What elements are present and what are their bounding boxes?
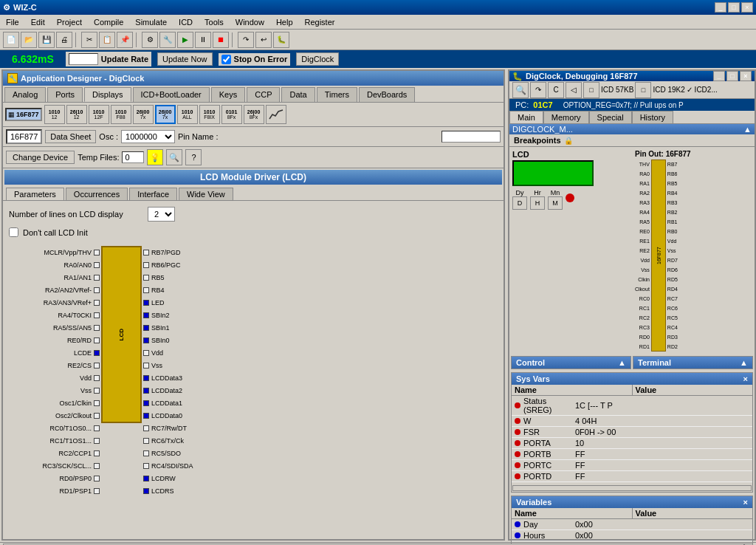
right-close-button[interactable]: × (740, 71, 752, 81)
update-now-button[interactable]: Update Now (157, 52, 213, 66)
menu-project[interactable]: Project (52, 16, 86, 28)
tab-icd-bootloader[interactable]: ICD+BootLoader (133, 87, 210, 102)
tab-keys[interactable]: Keys (211, 87, 245, 102)
pin-left-4: RA3/AN3/VRef+ (9, 296, 100, 309)
toolbar-cut[interactable]: ✂ (81, 32, 97, 48)
help-icon[interactable]: ? (185, 149, 202, 165)
digclock-button[interactable]: DigClock (296, 52, 339, 66)
toolbar-save[interactable]: 💾 (38, 32, 55, 48)
device-icon-chart[interactable] (266, 105, 286, 124)
left-panel-title: 🔧 Application Designer - DigClock (3, 71, 504, 86)
reset-button[interactable]: C (548, 82, 564, 98)
change-device-button[interactable]: Change Device (6, 151, 75, 164)
toolbar-pause[interactable]: ⏸ (195, 32, 211, 48)
device-icon-9[interactable]: 01018Fx (221, 105, 242, 124)
tab-timers[interactable]: Timers (317, 87, 357, 102)
zoom-button[interactable]: 🔍 (512, 82, 529, 98)
toolbar-new[interactable]: 📄 (3, 32, 19, 48)
osc-select[interactable]: 1000000 4000000 8000000 20000000 (121, 130, 175, 143)
device-icon-4[interactable]: 1010F88 (111, 105, 131, 124)
tab-devboards[interactable]: DevBoards (359, 87, 415, 102)
dont-call-init-checkbox[interactable] (9, 227, 18, 237)
mn-button[interactable]: M (548, 196, 563, 210)
icd-19kb-label: ICD 19K2 (653, 86, 684, 94)
pin-name-input[interactable] (441, 131, 501, 143)
variables-close[interactable]: × (743, 498, 748, 507)
device-icon-2[interactable]: 26|1012 (66, 105, 87, 124)
nav-tabs: Main Memory Special History (509, 111, 755, 124)
hr-button[interactable]: H (530, 196, 545, 210)
menu-help[interactable]: Help (272, 16, 298, 28)
toolbar-compile[interactable]: ⚙ (142, 32, 158, 48)
lines-select[interactable]: 2 1 4 (148, 207, 175, 222)
por-rc5: RC5 (666, 313, 678, 323)
datasheet-button[interactable]: Data Sheet (45, 130, 96, 143)
menu-icd[interactable]: ICD (174, 16, 197, 28)
toolbar-copy[interactable]: 📋 (99, 32, 115, 48)
device-icon-8[interactable]: 1010F8IX (199, 105, 220, 124)
menu-window[interactable]: Window (231, 16, 269, 28)
device-icon-5[interactable]: 26|007x (133, 105, 154, 124)
toolbar-stop[interactable]: ⏹ (213, 32, 229, 48)
minimize-button[interactable]: _ (715, 2, 726, 13)
pin-right-17: RC4/SDI/SDA (143, 459, 223, 472)
stop-on-error-checkbox[interactable] (221, 55, 231, 64)
sub-tab-wideview[interactable]: Wide View (179, 188, 233, 200)
step-button[interactable]: ↷ (530, 82, 546, 98)
day-button[interactable]: D (512, 196, 527, 210)
toolbar-build[interactable]: 🔧 (159, 32, 176, 48)
menu-edit[interactable]: Edit (27, 16, 49, 28)
device-icon-3[interactable]: 101012F (89, 105, 109, 124)
temp-files-input[interactable] (122, 151, 144, 163)
device-icon-7[interactable]: 1010ALL (177, 105, 198, 124)
app-title: WIZ-C (13, 3, 37, 12)
pin-out-label: Pin Out: 16F877 (635, 150, 752, 158)
menu-tools[interactable]: Tools (200, 16, 228, 28)
close-button[interactable]: × (741, 2, 753, 13)
nav-tab-special[interactable]: Special (589, 111, 632, 123)
menu-compile[interactable]: Compile (89, 16, 128, 28)
main-content: 🔧 Application Designer - DigClock Analog… (0, 68, 756, 542)
toolbar-open[interactable]: 📂 (21, 32, 37, 48)
nav-tab-memory[interactable]: Memory (543, 111, 589, 123)
toolbar-stepover[interactable]: ↩ (255, 32, 272, 48)
device-icon-10[interactable]: 26|008Fx (244, 105, 264, 124)
tab-displays[interactable]: Displays (84, 87, 131, 102)
search-icon[interactable]: 🔍 (166, 149, 182, 165)
sub-tab-interface[interactable]: Interface (129, 188, 177, 200)
device-icon-1[interactable]: 101012 (44, 105, 65, 124)
toolbar-run[interactable]: ▶ (177, 32, 193, 48)
device-icon-6-selected[interactable]: 26|007x (155, 105, 176, 124)
menu-simulate[interactable]: Simulate (131, 16, 171, 28)
sysvar-scrollbar[interactable] (512, 485, 752, 491)
icd2-checkbox[interactable]: □ (635, 82, 651, 98)
sub-tab-parameters[interactable]: Parameters (6, 188, 64, 200)
menu-register[interactable]: Register (300, 16, 340, 28)
tab-data[interactable]: Data (281, 87, 315, 102)
sys-vars-close[interactable]: × (743, 374, 748, 383)
pin-right-4: LED (143, 296, 223, 309)
left-panel: 🔧 Application Designer - DigClock Analog… (1, 69, 505, 541)
po-rc1: RC1 (635, 304, 651, 313)
menu-file[interactable]: File (1, 16, 24, 28)
tab-ccp[interactable]: CCP (247, 87, 280, 102)
update-rate-input[interactable] (69, 53, 98, 65)
por-rd4: RD4 (666, 284, 678, 294)
tab-ports[interactable]: Ports (47, 87, 83, 102)
maximize-button[interactable]: □ (728, 2, 740, 13)
tab-analog[interactable]: Analog (4, 87, 46, 102)
sysvar-portc: PORTCFF (512, 460, 752, 471)
sub-tab-occurrences[interactable]: Occurrences (66, 188, 128, 200)
read-button[interactable]: ◁ (566, 82, 582, 98)
toolbar-paste[interactable]: 📌 (117, 32, 133, 48)
toolbar-print[interactable]: 🖨 (56, 32, 72, 48)
toolbar-step[interactable]: ↷ (238, 32, 254, 48)
bulb-icon[interactable]: 💡 (147, 149, 163, 165)
right-maximize-button[interactable]: □ (726, 71, 738, 81)
right-minimize-button[interactable]: _ (713, 71, 725, 81)
nav-tab-history[interactable]: History (632, 111, 673, 123)
nav-tab-main[interactable]: Main (509, 111, 543, 123)
toolbar-debug[interactable]: 🐛 (273, 32, 289, 48)
po-rd1: RD1 (635, 342, 651, 352)
icd-checkbox[interactable]: □ (583, 82, 599, 98)
